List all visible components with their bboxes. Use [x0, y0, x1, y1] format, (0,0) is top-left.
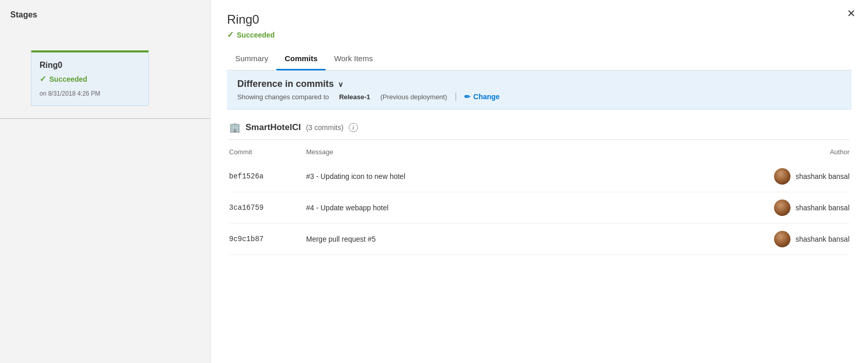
stages-title: Stages — [10, 10, 200, 20]
repo-section: 🏢 SmartHotelCI (3 commits) i Commit Mess… — [227, 122, 852, 255]
stage-card-title: Ring0 — [40, 61, 140, 70]
commit-author: shashank bansal — [721, 168, 850, 185]
status-check-icon: ✓ — [227, 30, 234, 40]
diff-subtitle: Showing changes compared to Release-1 (P… — [237, 93, 841, 101]
edit-icon: ✏ — [464, 93, 470, 101]
repo-header: 🏢 SmartHotelCI (3 commits) i — [229, 122, 850, 140]
commit-message: Merge pull request #5 — [306, 235, 721, 243]
stage-card-date: on 8/31/2018 4:26 PM — [40, 90, 140, 97]
commit-hash[interactable]: bef1526a — [229, 172, 306, 180]
commit-author: shashank bansal — [721, 231, 850, 247]
repo-commit-count: (3 commits) — [306, 123, 344, 132]
diff-subtitle-text: Showing changes compared to — [237, 93, 329, 101]
author-name: shashank bansal — [796, 172, 850, 180]
stage-card-status: ✓ Succeeded — [40, 74, 140, 84]
repo-name: SmartHotelCI — [246, 122, 301, 133]
panel-title: Ring0 — [227, 12, 852, 27]
info-icon[interactable]: i — [349, 123, 358, 132]
change-link[interactable]: ✏ Change — [464, 93, 500, 101]
stages-panel: Stages Ring0 ✓ Succeeded on 8/31/2018 4:… — [0, 0, 211, 363]
commits-table: Commit Message Author bef1526a #3 - Upda… — [229, 143, 850, 255]
commit-hash[interactable]: 3ca16759 — [229, 204, 306, 212]
close-button[interactable]: ✕ — [847, 8, 856, 19]
detail-panel: ✕ Ring0 ✓ Succeeded Summary Commits Work… — [211, 0, 868, 363]
panel-status-label: Succeeded — [237, 31, 275, 39]
col-message-header: Message — [306, 148, 721, 156]
commit-message: #3 - Updating icon to new hotel — [306, 172, 721, 180]
tab-commits[interactable]: Commits — [276, 48, 326, 70]
avatar — [774, 199, 790, 216]
commit-hash[interactable]: 9c9c1b87 — [229, 235, 306, 243]
diff-paren-text: (Previous deployment) — [380, 93, 447, 101]
change-label: Change — [474, 93, 500, 101]
chevron-down-icon[interactable]: ∨ — [338, 80, 343, 88]
tab-summary[interactable]: Summary — [227, 48, 276, 70]
commit-author: shashank bansal — [721, 199, 850, 216]
panel-status: ✓ Succeeded — [227, 30, 852, 40]
diff-heading: Difference in commits — [237, 79, 334, 89]
diff-section: Difference in commits ∨ Showing changes … — [227, 70, 852, 110]
col-author-header: Author — [721, 148, 850, 156]
table-row: 3ca16759 #4 - Update webapp hotel shasha… — [229, 192, 850, 224]
table-row: bef1526a #3 - Updating icon to new hotel… — [229, 161, 850, 192]
diff-header: Difference in commits ∨ — [237, 79, 841, 89]
author-name: shashank bansal — [796, 235, 850, 243]
avatar — [774, 168, 790, 185]
author-name: shashank bansal — [796, 204, 850, 212]
check-icon: ✓ — [40, 74, 46, 84]
connector-line — [0, 118, 210, 119]
commit-message: #4 - Update webapp hotel — [306, 204, 721, 212]
table-header: Commit Message Author — [229, 143, 850, 161]
avatar — [774, 231, 790, 247]
stage-card-ring0[interactable]: Ring0 ✓ Succeeded on 8/31/2018 4:26 PM — [31, 50, 149, 106]
vertical-divider — [456, 93, 456, 101]
col-commit-header: Commit — [229, 148, 306, 156]
tab-workitems[interactable]: Work Items — [326, 48, 381, 70]
stage-status-label: Succeeded — [49, 75, 87, 83]
tabs-bar: Summary Commits Work Items — [227, 48, 852, 70]
table-row: 9c9c1b87 Merge pull request #5 shashank … — [229, 224, 850, 255]
diff-release-name: Release-1 — [339, 93, 370, 101]
repo-icon: 🏢 — [229, 122, 240, 133]
